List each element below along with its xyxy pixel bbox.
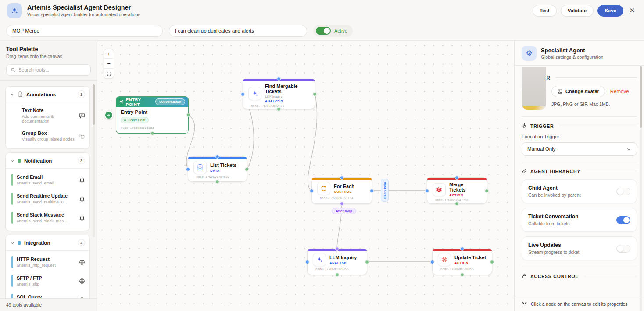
sparkles-icon — [313, 253, 326, 266]
validate-button[interactable]: Validate — [561, 5, 594, 17]
app-logo sparkles-icon — [7, 3, 22, 18]
port-bottom[interactable] — [277, 107, 281, 111]
port-bottom[interactable] — [335, 273, 339, 277]
port-right[interactable] — [490, 260, 494, 264]
node-llm-inquiry[interactable]: LLM Inquiry ANALYSIS node-1768688809255 — [307, 249, 367, 275]
inspector-panel: ⚙ Specialist Agent Global settings & con… — [514, 40, 644, 311]
workflow-canvas[interactable]: + − ENTRY POINT conversation Entry Point… — [97, 40, 514, 311]
search-input[interactable] — [18, 67, 86, 72]
active-toggle[interactable] — [316, 27, 331, 35]
port-top[interactable] — [335, 247, 339, 251]
save-button[interactable]: Save — [597, 5, 623, 17]
port-left[interactable] — [305, 260, 309, 264]
tool-item-text-note[interactable]: Text Note Add comments & documentation — [11, 104, 85, 127]
tool-item-send-slack-message[interactable]: Send Slack Message artemis_send_slack_me… — [11, 208, 85, 227]
change-avatar-label: Change Avatar — [565, 89, 599, 94]
tool-item-send-realtime-update[interactable]: Send Realtime Update artemis_send_realti… — [11, 189, 85, 208]
comment-icon — [79, 112, 85, 119]
panel-scrollbar-thumb[interactable] — [640, 66, 642, 128]
port-right[interactable] — [186, 113, 190, 117]
entry-node-body: Entry Point Ticket Chat node-17686856263… — [116, 107, 188, 132]
execution-trigger-label: Execution Trigger — [522, 134, 637, 139]
toggle-title: Child Agent — [528, 185, 581, 191]
section-count-badge: 4 — [78, 239, 85, 246]
agent-name-input[interactable] — [6, 25, 163, 37]
port-left[interactable] — [430, 260, 434, 264]
port-top[interactable] — [215, 155, 219, 159]
port-bottom[interactable] — [150, 131, 154, 135]
section-items: Text Note Add comments & documentation G… — [6, 102, 89, 148]
section-integration-header[interactable]: Integration 4 — [6, 235, 89, 250]
port-right[interactable] — [245, 167, 249, 171]
port-left[interactable] — [310, 189, 314, 193]
entry-point-label: ENTRY POINT — [126, 97, 153, 107]
fit-view-button[interactable] — [104, 69, 114, 78]
zoom-in-button[interactable]: + — [104, 49, 114, 59]
tool-item-http-request[interactable]: HTTP Request artemis_http_request — [11, 253, 85, 271]
port-bottom[interactable] — [215, 180, 219, 184]
close-icon[interactable]: ✕ — [627, 6, 637, 15]
node-list-tickets[interactable]: List Tickets DATA node-1768685784690 — [188, 156, 247, 182]
node-category: ANALYSIS — [265, 99, 309, 103]
chevron-down-icon — [626, 147, 631, 152]
tool-item-sql-query[interactable]: SQL Query artemis_sql_query — [11, 290, 85, 298]
sparkles-icon — [248, 87, 261, 100]
tool-item-send-email[interactable]: Send Email artemis_send_email — [11, 170, 85, 189]
remove-avatar-link[interactable]: Remove — [610, 89, 629, 94]
tool-color-bar — [11, 256, 13, 268]
inspector-footer: Click a node on the canvas to edit its p… — [515, 297, 644, 311]
port-right[interactable] — [485, 189, 489, 193]
port-left[interactable] — [425, 189, 429, 193]
tool-item-group-box[interactable]: Group Box Visually group related nodes — [11, 127, 85, 145]
section-notification-header[interactable]: Notification 3 — [6, 153, 89, 168]
port-bottom[interactable] — [340, 202, 344, 206]
file-icon — [18, 91, 23, 97]
node-title: Find Mergable Tickets — [265, 83, 309, 94]
tool-item-title: Send Slack Message — [17, 212, 75, 217]
test-button[interactable]: Test — [533, 5, 557, 17]
tool-item-sftp[interactable]: SFTP / FTP artemis_sftp — [11, 271, 85, 290]
zoom-out-button[interactable]: − — [104, 59, 114, 69]
tools-available-count: 49 tools available — [0, 298, 97, 311]
search-icon — [11, 67, 16, 72]
change-avatar-button[interactable]: Change Avatar — [551, 86, 605, 97]
inspector-footer-hint: Click a node on the canvas to edit its p… — [531, 301, 628, 307]
tool-item-text: Send Slack Message artemis_send_slack_me… — [17, 212, 75, 223]
node-entry-point[interactable]: ENTRY POINT conversation Entry Point Tic… — [116, 96, 189, 134]
child-agent-toggle[interactable] — [616, 188, 630, 195]
port-bottom[interactable] — [455, 202, 459, 206]
canvas-controls: + − — [104, 49, 114, 79]
port-right[interactable] — [370, 189, 374, 193]
port-left[interactable] — [241, 92, 245, 96]
port-right[interactable] — [365, 260, 369, 264]
port-top[interactable] — [460, 247, 464, 251]
node-merge-tickets[interactable]: Merge Tickets ACTION node-1768687647701 — [427, 177, 487, 204]
execution-trigger-select[interactable]: Manual Only — [522, 142, 637, 156]
live-updates-toggle[interactable] — [616, 245, 630, 253]
chevron-down-icon — [10, 241, 14, 245]
entry-input-port[interactable] — [104, 111, 113, 119]
port-left[interactable] — [186, 167, 190, 171]
tool-palette-title: Tool Palette — [6, 46, 91, 52]
port-bottom[interactable] — [460, 273, 464, 277]
port-top[interactable] — [455, 176, 459, 180]
port-right[interactable] — [313, 92, 317, 96]
sidebar-scrollbar-thumb[interactable] — [93, 84, 95, 125]
port-top[interactable] — [340, 176, 344, 180]
node-for-each[interactable]: For Each CONTROL node-1768686763194 — [311, 177, 372, 204]
agent-description-input[interactable] — [169, 25, 307, 37]
node-find-mergable-tickets[interactable]: Find Mergable Tickets LLM Inquiry ANALYS… — [243, 79, 315, 109]
copy-icon — [79, 133, 85, 139]
ticket-conversation-toggle[interactable] — [616, 216, 630, 224]
tool-item-subtitle: artemis_send_email — [17, 181, 75, 185]
inspector-subtitle: Global settings & configuration — [541, 54, 603, 60]
section-annotations-header[interactable]: Annotations 2 — [6, 87, 89, 102]
tool-color-bar — [11, 174, 13, 186]
tools-icon — [522, 301, 527, 307]
node-update-ticket[interactable]: Update Ticket ACTION node-1768688630055 — [432, 249, 492, 275]
section-integration: Integration 4 HTTP Request artemis_http_… — [5, 235, 90, 298]
loop-icon — [317, 182, 330, 195]
heading-divider — [559, 126, 637, 126]
port-top[interactable] — [277, 77, 281, 81]
section-items: Send Email artemis_send_email Send Realt… — [6, 168, 89, 231]
